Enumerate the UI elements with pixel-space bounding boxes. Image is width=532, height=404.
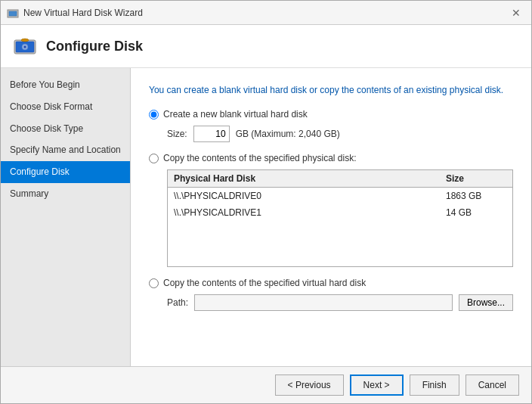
copy-virtual-radio[interactable] (149, 278, 159, 288)
virtual-disk-radio-row: Copy the contents of the specified virtu… (149, 278, 513, 288)
svg-rect-1 (9, 11, 17, 16)
sidebar-item-before-you-begin[interactable]: Before You Begin (1, 74, 130, 96)
disk-name-0: \\.\PHYSICALDRIVE0 (174, 191, 446, 201)
close-button[interactable]: ✕ (507, 4, 525, 22)
size-hint: GB (Maximum: 2,040 GB) (236, 129, 340, 139)
disk-size-1: 14 GB (446, 207, 506, 218)
wizard-footer: < Previous Next > Finish Cancel (1, 366, 531, 403)
browse-button[interactable]: Browse... (459, 294, 513, 311)
size-label: Size: (167, 129, 187, 139)
path-input[interactable] (194, 294, 453, 311)
titlebar: New Virtual Hard Disk Wizard ✕ (1, 1, 531, 25)
disk-size-0: 1863 GB (446, 191, 506, 201)
col-size-header: Size (446, 173, 506, 184)
table-row[interactable]: \\.\PHYSICALDRIVE1 14 GB (168, 204, 512, 221)
main-content: You can create a blank virtual hard disk… (131, 68, 531, 366)
size-row: Size: GB (Maximum: 2,040 GB) (167, 126, 513, 142)
copy-virtual-label[interactable]: Copy the contents of the specified virtu… (163, 278, 366, 288)
table-header: Physical Hard Disk Size (168, 170, 512, 188)
sidebar-item-choose-disk-format[interactable]: Choose Disk Format (1, 96, 130, 118)
size-input[interactable] (193, 126, 230, 142)
sidebar: Before You Begin Choose Disk Format Choo… (1, 68, 131, 366)
sidebar-item-choose-disk-type[interactable]: Choose Disk Type (1, 118, 130, 140)
svg-point-5 (21, 39, 29, 42)
titlebar-title: New Virtual Hard Disk Wizard (23, 8, 503, 18)
page-title: Configure Disk (46, 39, 143, 54)
new-blank-radio[interactable] (149, 110, 159, 120)
disk-name-1: \\.\PHYSICALDRIVE1 (174, 207, 446, 218)
finish-button[interactable]: Finish (410, 374, 459, 396)
physical-disk-group: Copy the contents of the specified physi… (149, 153, 513, 267)
wizard-body: Before You Begin Choose Disk Format Choo… (1, 68, 531, 366)
copy-physical-label[interactable]: Copy the contents of the specified physi… (163, 153, 356, 163)
titlebar-icon (7, 7, 19, 19)
new-disk-group: Create a new blank virtual hard disk Siz… (149, 109, 513, 142)
path-row: Path: Browse... (167, 294, 513, 311)
copy-physical-radio[interactable] (149, 154, 159, 163)
col-disk-header: Physical Hard Disk (174, 173, 446, 184)
sidebar-item-summary[interactable]: Summary (1, 183, 130, 205)
virtual-disk-group: Copy the contents of the specified virtu… (149, 278, 513, 311)
cancel-button[interactable]: Cancel (466, 374, 519, 396)
sidebar-item-configure-disk[interactable]: Configure Disk (1, 161, 130, 183)
new-blank-label[interactable]: Create a new blank virtual hard disk (163, 109, 308, 120)
table-empty-space (168, 221, 512, 266)
physical-disk-radio-row: Copy the contents of the specified physi… (149, 153, 513, 163)
table-row[interactable]: \\.\PHYSICALDRIVE0 1863 GB (168, 188, 512, 204)
sidebar-item-specify-name-location[interactable]: Specify Name and Location (1, 139, 130, 161)
page-header: Configure Disk (1, 25, 531, 68)
configure-disk-icon (13, 34, 37, 58)
physical-disk-table: Physical Hard Disk Size \\.\PHYSICALDRIV… (167, 169, 513, 267)
previous-button[interactable]: < Previous (275, 374, 344, 396)
new-disk-radio-row: Create a new blank virtual hard disk (149, 109, 513, 120)
wizard-window: New Virtual Hard Disk Wizard ✕ Configure… (0, 0, 532, 404)
svg-point-7 (24, 46, 26, 48)
intro-text: You can create a blank virtual hard disk… (149, 83, 513, 97)
next-button[interactable]: Next > (350, 374, 404, 396)
path-label: Path: (167, 297, 188, 308)
